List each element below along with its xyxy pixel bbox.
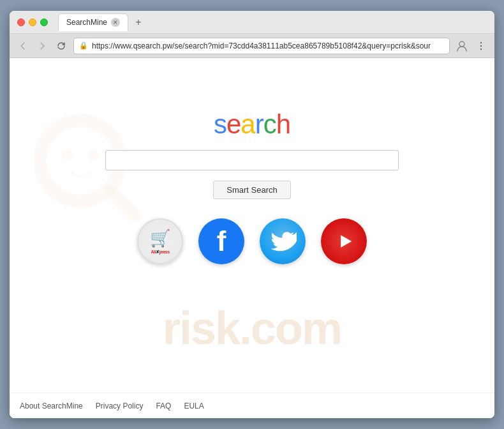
search-input-wrap [105,150,399,170]
eula-link[interactable]: EULA [184,402,204,410]
browser-window: SearchMine ✕ + 🔒 https://www. [10,11,494,418]
svg-point-7 [87,149,99,161]
menu-button[interactable] [474,39,488,53]
reload-icon [57,41,66,50]
svg-point-3 [480,48,482,49]
privacy-link[interactable]: Privacy Policy [96,402,144,410]
twitter-bird-icon [269,227,297,255]
logo-letter-a: a [241,109,255,139]
search-logo: search [214,109,290,140]
aliexpress-label: Ali✘press [151,250,169,255]
address-input-wrap[interactable]: 🔒 https://www.qsearch.pw/se/search?mid=7… [73,38,450,54]
youtube-link[interactable] [321,218,367,264]
svg-point-1 [480,41,482,43]
page-content: risk.com search Smart Search 🛒 Ali✘press… [10,58,494,418]
back-icon [19,41,27,50]
profile-button[interactable] [455,39,469,53]
active-tab[interactable]: SearchMine ✕ [58,13,128,31]
maximize-button[interactable] [40,19,48,26]
svg-point-0 [459,41,464,47]
minimize-button[interactable] [29,19,36,26]
svg-marker-8 [341,235,352,248]
profile-icon [456,40,468,52]
forward-icon [38,41,47,50]
tab-area: SearchMine ✕ + [58,13,487,31]
menu-icon [476,41,486,51]
address-bar: 🔒 https://www.qsearch.pw/se/search?mid=7… [10,34,494,58]
logo-letter-e: e [226,109,241,139]
smart-search-button[interactable]: Smart Search [213,181,290,199]
tab-close-button[interactable]: ✕ [111,18,120,27]
aliexpress-cart-icon: 🛒 [150,229,170,248]
search-input[interactable] [112,155,392,165]
logo-letter-c: c [263,109,276,139]
faq-link[interactable]: FAQ [156,402,171,410]
logo-letter-r: r [255,109,263,139]
security-icon: 🔒 [79,41,88,50]
about-link[interactable]: About SearchMine [20,402,83,410]
search-section: search Smart Search [105,109,399,199]
logo-letter-s: s [214,109,226,139]
svg-point-2 [480,45,482,46]
url-display: https://www.qsearch.pw/se/search?mid=73c… [92,41,444,50]
close-button[interactable] [17,19,25,26]
reload-button[interactable] [54,39,68,53]
title-bar: SearchMine ✕ + [10,11,494,34]
watermark-text: risk.com [163,302,341,354]
facebook-link[interactable]: f [198,218,244,264]
traffic-lights [17,19,48,26]
facebook-icon: f [217,227,226,255]
back-button[interactable] [16,39,30,53]
svg-point-6 [62,149,73,161]
youtube-play-icon [330,227,358,255]
forward-button[interactable] [35,39,49,53]
aliexpress-link[interactable]: 🛒 Ali✘press [137,218,183,264]
logo-letter-h: h [276,109,290,139]
twitter-link[interactable] [260,218,306,264]
tab-title: SearchMine [66,18,107,27]
quick-links: 🛒 Ali✘press f [137,218,367,264]
new-tab-button[interactable]: + [131,15,146,30]
page-footer: About SearchMine Privacy Policy FAQ EULA [10,393,494,418]
